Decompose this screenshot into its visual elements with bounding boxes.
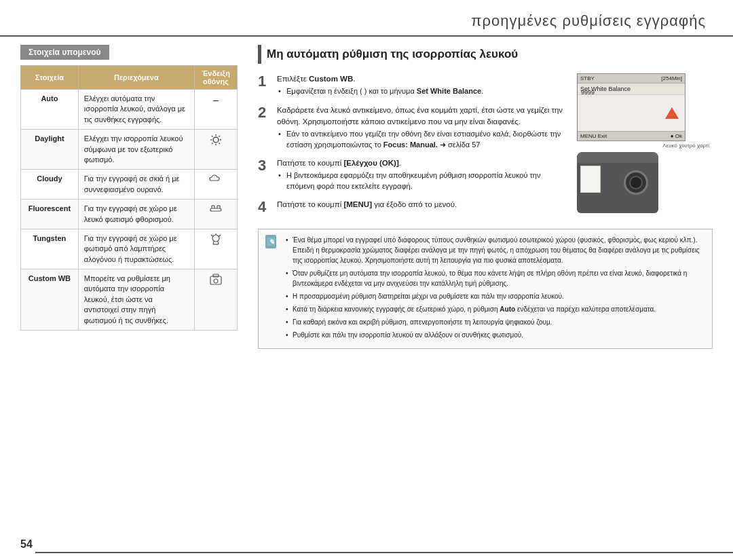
notes-box: ✎ Ένα θέμα μπορεί να εγγραφεί υπό διάφορ… xyxy=(258,229,713,349)
svg-point-0 xyxy=(213,137,219,143)
step-number: 1 xyxy=(258,73,273,90)
svg-line-22 xyxy=(211,235,212,236)
step-content: Πατήστε το κουμπί [MENU] για έξοδο από τ… xyxy=(277,199,569,210)
step-number: 3 xyxy=(258,157,273,174)
notes-inner: ✎ Ένα θέμα μπορεί να εγγραφεί υπό διάφορ… xyxy=(265,235,705,343)
camera-screen-footer: MENU Exit ● Ok xyxy=(578,131,685,141)
pencil-icon: ✎ xyxy=(265,236,276,247)
table-cell-display xyxy=(194,170,237,200)
section-title-text: Μη αυτόματη ρύθμιση της ισορροπίας λευκο… xyxy=(267,48,518,61)
col-header-display: Ένδειξη οθόνης xyxy=(194,66,237,90)
info-table: Στοιχεία Περιεχόμενα Ένδειξη οθόνης Auto… xyxy=(20,65,238,331)
table-cell-content: Για την εγγραφή σε χώρο με φωτισμό από λ… xyxy=(78,229,194,269)
table-row: Custom WB xyxy=(21,269,79,331)
list-item: Εμφανίζεται η ένδειξη ( ) και το μήνυμα … xyxy=(277,86,569,96)
svg-rect-9 xyxy=(210,208,221,211)
step-content: Καδράρετε ένα λευκό αντικείμενο, όπως έν… xyxy=(277,105,569,152)
steps-and-preview: 1Επιλέξτε Custom WB.Εμφανίζεται η ένδειξ… xyxy=(258,73,713,221)
list-item: Η βιντεοκάμερα εφαρμόζει την αποθηκευμέν… xyxy=(277,170,569,191)
svg-text:✎: ✎ xyxy=(269,238,274,246)
notes-icon: ✎ xyxy=(265,235,276,248)
right-column: Μη αυτόματη ρύθμιση της ισορροπίας λευκο… xyxy=(258,45,713,349)
col-header-content: Περιεχόμενα xyxy=(78,66,194,90)
table-cell-display xyxy=(194,229,237,269)
step-content: Επιλέξτε Custom WB.Εμφανίζεται η ένδειξη… xyxy=(277,73,569,99)
svg-marker-26 xyxy=(665,107,679,119)
svg-line-18 xyxy=(218,242,219,244)
list-item: Κατά τη διάρκεια κανονικής εγγραφής σε ε… xyxy=(286,304,705,314)
camera-screen-top: STBY [254Min] xyxy=(578,74,685,83)
section-title-container: Μη αυτόματη ρύθμιση της ισορροπίας λευκο… xyxy=(258,45,713,64)
table-cell-display xyxy=(194,269,237,331)
preview-area: STBY [254Min] Set White Balance 9999 xyxy=(577,73,713,221)
col-header-item: Στοιχεία xyxy=(21,66,79,90)
table-cell-display: – xyxy=(194,90,237,130)
table-row: Daylight xyxy=(21,130,79,170)
svg-line-5 xyxy=(212,136,213,137)
page-number: 54 xyxy=(20,538,33,550)
table-row: Cloudy xyxy=(21,170,79,200)
status-stby: STBY xyxy=(580,75,595,81)
list-item: Για καθαρή εικόνα και ακριβή ρύθμιση, απ… xyxy=(286,317,705,327)
table-row: Auto xyxy=(21,90,79,130)
list-item: Όταν ρυθμίζετε μη αυτόματα την ισορροπία… xyxy=(286,268,705,288)
page-number-line xyxy=(35,552,733,553)
status-time: [254Min] xyxy=(661,75,682,81)
step-number: 4 xyxy=(258,199,273,215)
table-cell-content: Για την εγγραφή σε σκιά ή με συννεφιασμέ… xyxy=(78,170,194,200)
list-item: 4Πατήστε το κουμπί [MENU] για έξοδο από … xyxy=(258,199,569,215)
svg-line-17 xyxy=(213,242,214,244)
camera-screen-body: 9999 xyxy=(578,95,685,132)
white-card xyxy=(580,166,601,193)
svg-line-8 xyxy=(212,143,213,145)
camera-body xyxy=(577,152,658,213)
table-cell-display xyxy=(194,200,237,229)
page-header: προηγμένες ρυθμίσεις εγγραφής xyxy=(0,0,733,37)
list-item: 2Καδράρετε ένα λευκό αντικείμενο, όπως έ… xyxy=(258,105,569,152)
svg-point-25 xyxy=(214,279,218,283)
camera-screen: STBY [254Min] Set White Balance 9999 xyxy=(577,73,685,141)
steps-container: 1Επιλέξτε Custom WB.Εμφανίζεται η ένδειξ… xyxy=(258,73,569,221)
svg-line-21 xyxy=(219,235,221,236)
list-item: 3Πατήστε το κουμπί [Ελέγχου (OK)].Η βιντ… xyxy=(258,157,569,193)
arrow-icon xyxy=(662,104,682,124)
notes-list: Ένα θέμα μπορεί να εγγραφεί υπό διάφορου… xyxy=(286,235,705,343)
table-row: Tungsten xyxy=(21,229,79,269)
footer-exit: MENU Exit xyxy=(580,133,607,139)
list-item: 1Επιλέξτε Custom WB.Εμφανίζεται η ένδειξ… xyxy=(258,73,569,99)
list-item: Εάν το αντικείμενο που γεμίζει την οθόνη… xyxy=(277,129,569,150)
submenu-label: Στοιχεία υπομενού xyxy=(20,45,109,60)
list-item: Ένα θέμα μπορεί να εγγραφεί υπό διάφορου… xyxy=(286,235,705,265)
step-number: 2 xyxy=(258,105,273,121)
screen-number: 9999 xyxy=(581,89,595,96)
white-paper-label: Λευκό χοντρό χαρτί xyxy=(662,143,709,149)
list-item: Ρυθμίστε και πάλι την ισορροπία λευκού α… xyxy=(286,330,705,340)
camera-lens xyxy=(624,170,648,195)
section-bar xyxy=(258,45,261,64)
footer-ok: ● Ok xyxy=(671,133,682,139)
left-column: Στοιχεία υπομενού Στοιχεία Περιεχόμενα Έ… xyxy=(20,45,238,349)
svg-point-16 xyxy=(212,235,219,242)
table-cell-content: Ελέγχει την ισορροπία λευκού σύμφωνα με … xyxy=(78,130,194,170)
main-layout: Στοιχεία υπομενού Στοιχεία Περιεχόμενα Έ… xyxy=(0,45,733,349)
table-cell-content: Ελέγχει αυτόματα την ισορροπία λευκού, α… xyxy=(78,90,194,130)
svg-line-6 xyxy=(219,143,220,145)
steps-list: 1Επιλέξτε Custom WB.Εμφανίζεται η ένδειξ… xyxy=(258,73,569,215)
page-title: προηγμένες ρυθμίσεις εγγραφής xyxy=(471,12,706,29)
table-cell-display xyxy=(194,130,237,170)
list-item: Η προσαρμοσμένη ρύθμιση διατηρείται μέχρ… xyxy=(286,291,705,301)
step-content: Πατήστε το κουμπί [Ελέγχου (OK)].Η βιντε… xyxy=(277,157,569,193)
camera-image-area: Λευκό χοντρό χαρτί xyxy=(577,152,713,213)
table-row: Fluorescent xyxy=(21,200,79,229)
table-cell-content: Για την εγγραφή σε χώρο με λευκό φωτισμό… xyxy=(78,200,194,229)
table-cell-content: Μπορείτε να ρυθμίσετε μη αυτόματα την ισ… xyxy=(78,269,194,331)
svg-line-7 xyxy=(219,136,220,137)
